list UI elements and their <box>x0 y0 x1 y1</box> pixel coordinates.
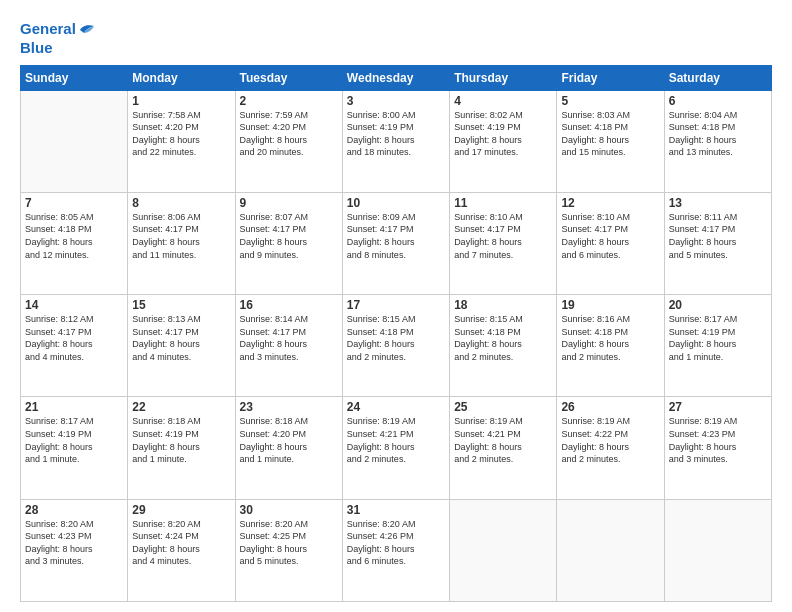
calendar-cell: 1Sunrise: 7:58 AM Sunset: 4:20 PM Daylig… <box>128 90 235 192</box>
calendar-cell: 5Sunrise: 8:03 AM Sunset: 4:18 PM Daylig… <box>557 90 664 192</box>
calendar-cell: 14Sunrise: 8:12 AM Sunset: 4:17 PM Dayli… <box>21 295 128 397</box>
cell-info: Sunrise: 8:19 AM Sunset: 4:21 PM Dayligh… <box>347 415 445 465</box>
cell-info: Sunrise: 8:12 AM Sunset: 4:17 PM Dayligh… <box>25 313 123 363</box>
day-number: 5 <box>561 94 659 108</box>
cell-info: Sunrise: 8:15 AM Sunset: 4:18 PM Dayligh… <box>347 313 445 363</box>
cell-info: Sunrise: 8:18 AM Sunset: 4:20 PM Dayligh… <box>240 415 338 465</box>
header: General Blue <box>20 18 772 57</box>
day-number: 26 <box>561 400 659 414</box>
logo-bird-icon <box>76 18 98 40</box>
day-number: 12 <box>561 196 659 210</box>
calendar-cell: 29Sunrise: 8:20 AM Sunset: 4:24 PM Dayli… <box>128 499 235 601</box>
day-number: 8 <box>132 196 230 210</box>
day-number: 18 <box>454 298 552 312</box>
day-number: 13 <box>669 196 767 210</box>
logo-text-general: General <box>20 21 76 38</box>
day-number: 23 <box>240 400 338 414</box>
weekday-header-saturday: Saturday <box>664 65 771 90</box>
day-number: 17 <box>347 298 445 312</box>
cell-info: Sunrise: 7:59 AM Sunset: 4:20 PM Dayligh… <box>240 109 338 159</box>
cell-info: Sunrise: 8:19 AM Sunset: 4:22 PM Dayligh… <box>561 415 659 465</box>
cell-info: Sunrise: 8:17 AM Sunset: 4:19 PM Dayligh… <box>669 313 767 363</box>
calendar-cell: 10Sunrise: 8:09 AM Sunset: 4:17 PM Dayli… <box>342 192 449 294</box>
weekday-header-sunday: Sunday <box>21 65 128 90</box>
calendar-table: SundayMondayTuesdayWednesdayThursdayFrid… <box>20 65 772 603</box>
calendar-cell: 22Sunrise: 8:18 AM Sunset: 4:19 PM Dayli… <box>128 397 235 499</box>
logo: General Blue <box>20 18 98 57</box>
cell-info: Sunrise: 8:11 AM Sunset: 4:17 PM Dayligh… <box>669 211 767 261</box>
calendar-cell: 23Sunrise: 8:18 AM Sunset: 4:20 PM Dayli… <box>235 397 342 499</box>
week-row-3: 14Sunrise: 8:12 AM Sunset: 4:17 PM Dayli… <box>21 295 772 397</box>
cell-info: Sunrise: 8:10 AM Sunset: 4:17 PM Dayligh… <box>561 211 659 261</box>
calendar-cell: 8Sunrise: 8:06 AM Sunset: 4:17 PM Daylig… <box>128 192 235 294</box>
cell-info: Sunrise: 8:07 AM Sunset: 4:17 PM Dayligh… <box>240 211 338 261</box>
calendar-cell <box>664 499 771 601</box>
calendar-cell: 13Sunrise: 8:11 AM Sunset: 4:17 PM Dayli… <box>664 192 771 294</box>
weekday-header-tuesday: Tuesday <box>235 65 342 90</box>
cell-info: Sunrise: 8:17 AM Sunset: 4:19 PM Dayligh… <box>25 415 123 465</box>
day-number: 29 <box>132 503 230 517</box>
day-number: 4 <box>454 94 552 108</box>
weekday-header-wednesday: Wednesday <box>342 65 449 90</box>
day-number: 3 <box>347 94 445 108</box>
day-number: 1 <box>132 94 230 108</box>
weekday-header-thursday: Thursday <box>450 65 557 90</box>
calendar-cell <box>450 499 557 601</box>
day-number: 28 <box>25 503 123 517</box>
cell-info: Sunrise: 8:20 AM Sunset: 4:26 PM Dayligh… <box>347 518 445 568</box>
cell-info: Sunrise: 8:16 AM Sunset: 4:18 PM Dayligh… <box>561 313 659 363</box>
calendar-cell <box>21 90 128 192</box>
calendar-cell: 17Sunrise: 8:15 AM Sunset: 4:18 PM Dayli… <box>342 295 449 397</box>
cell-info: Sunrise: 8:03 AM Sunset: 4:18 PM Dayligh… <box>561 109 659 159</box>
day-number: 10 <box>347 196 445 210</box>
day-number: 27 <box>669 400 767 414</box>
cell-info: Sunrise: 8:19 AM Sunset: 4:21 PM Dayligh… <box>454 415 552 465</box>
calendar-cell: 24Sunrise: 8:19 AM Sunset: 4:21 PM Dayli… <box>342 397 449 499</box>
day-number: 16 <box>240 298 338 312</box>
calendar-cell: 12Sunrise: 8:10 AM Sunset: 4:17 PM Dayli… <box>557 192 664 294</box>
day-number: 6 <box>669 94 767 108</box>
calendar-cell: 18Sunrise: 8:15 AM Sunset: 4:18 PM Dayli… <box>450 295 557 397</box>
calendar-cell: 20Sunrise: 8:17 AM Sunset: 4:19 PM Dayli… <box>664 295 771 397</box>
cell-info: Sunrise: 8:15 AM Sunset: 4:18 PM Dayligh… <box>454 313 552 363</box>
day-number: 25 <box>454 400 552 414</box>
calendar-cell: 26Sunrise: 8:19 AM Sunset: 4:22 PM Dayli… <box>557 397 664 499</box>
day-number: 19 <box>561 298 659 312</box>
calendar-cell: 28Sunrise: 8:20 AM Sunset: 4:23 PM Dayli… <box>21 499 128 601</box>
day-number: 31 <box>347 503 445 517</box>
calendar-cell: 27Sunrise: 8:19 AM Sunset: 4:23 PM Dayli… <box>664 397 771 499</box>
calendar-cell: 31Sunrise: 8:20 AM Sunset: 4:26 PM Dayli… <box>342 499 449 601</box>
calendar-cell: 11Sunrise: 8:10 AM Sunset: 4:17 PM Dayli… <box>450 192 557 294</box>
cell-info: Sunrise: 8:06 AM Sunset: 4:17 PM Dayligh… <box>132 211 230 261</box>
calendar-cell: 16Sunrise: 8:14 AM Sunset: 4:17 PM Dayli… <box>235 295 342 397</box>
cell-info: Sunrise: 8:04 AM Sunset: 4:18 PM Dayligh… <box>669 109 767 159</box>
week-row-4: 21Sunrise: 8:17 AM Sunset: 4:19 PM Dayli… <box>21 397 772 499</box>
cell-info: Sunrise: 7:58 AM Sunset: 4:20 PM Dayligh… <box>132 109 230 159</box>
cell-info: Sunrise: 8:20 AM Sunset: 4:23 PM Dayligh… <box>25 518 123 568</box>
calendar-cell: 4Sunrise: 8:02 AM Sunset: 4:19 PM Daylig… <box>450 90 557 192</box>
cell-info: Sunrise: 8:13 AM Sunset: 4:17 PM Dayligh… <box>132 313 230 363</box>
day-number: 7 <box>25 196 123 210</box>
calendar-cell: 30Sunrise: 8:20 AM Sunset: 4:25 PM Dayli… <box>235 499 342 601</box>
week-row-1: 1Sunrise: 7:58 AM Sunset: 4:20 PM Daylig… <box>21 90 772 192</box>
day-number: 2 <box>240 94 338 108</box>
day-number: 21 <box>25 400 123 414</box>
calendar-cell: 9Sunrise: 8:07 AM Sunset: 4:17 PM Daylig… <box>235 192 342 294</box>
logo-text-blue: Blue <box>20 40 53 57</box>
cell-info: Sunrise: 8:18 AM Sunset: 4:19 PM Dayligh… <box>132 415 230 465</box>
calendar-cell: 6Sunrise: 8:04 AM Sunset: 4:18 PM Daylig… <box>664 90 771 192</box>
calendar-cell <box>557 499 664 601</box>
day-number: 15 <box>132 298 230 312</box>
cell-info: Sunrise: 8:00 AM Sunset: 4:19 PM Dayligh… <box>347 109 445 159</box>
cell-info: Sunrise: 8:19 AM Sunset: 4:23 PM Dayligh… <box>669 415 767 465</box>
calendar-cell: 7Sunrise: 8:05 AM Sunset: 4:18 PM Daylig… <box>21 192 128 294</box>
cell-info: Sunrise: 8:10 AM Sunset: 4:17 PM Dayligh… <box>454 211 552 261</box>
day-number: 9 <box>240 196 338 210</box>
cell-info: Sunrise: 8:02 AM Sunset: 4:19 PM Dayligh… <box>454 109 552 159</box>
day-number: 30 <box>240 503 338 517</box>
calendar-cell: 2Sunrise: 7:59 AM Sunset: 4:20 PM Daylig… <box>235 90 342 192</box>
calendar-cell: 21Sunrise: 8:17 AM Sunset: 4:19 PM Dayli… <box>21 397 128 499</box>
calendar-cell: 25Sunrise: 8:19 AM Sunset: 4:21 PM Dayli… <box>450 397 557 499</box>
weekday-header-monday: Monday <box>128 65 235 90</box>
day-number: 14 <box>25 298 123 312</box>
